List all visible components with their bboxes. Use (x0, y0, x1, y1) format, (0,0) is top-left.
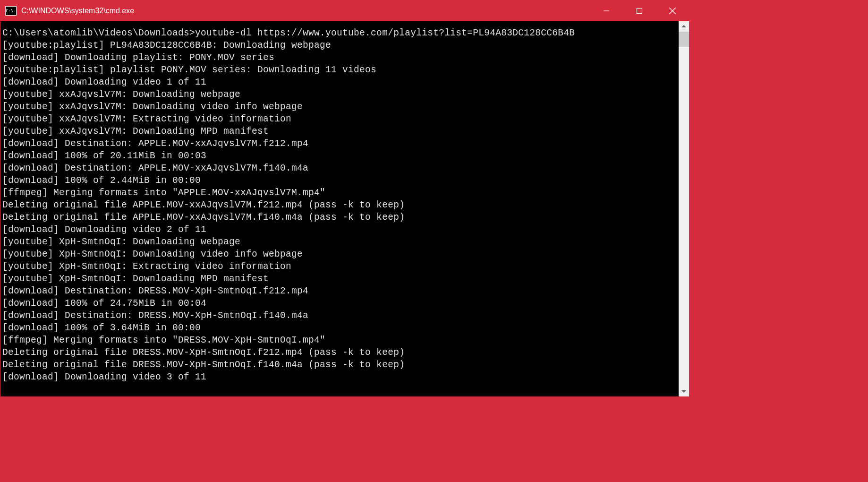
minimize-button[interactable] (590, 0, 623, 21)
cmd-window: C:\. C:\WINDOWS\system32\cmd.exe (0, 0, 689, 397)
terminal-line: Deleting original file APPLE.MOV-xxAJqvs… (2, 199, 677, 211)
terminal-line: [download] 100% of 3.64MiB in 00:00 (2, 322, 677, 334)
vertical-scrollbar[interactable] (679, 21, 689, 396)
chevron-down-icon (681, 390, 686, 393)
terminal-line: Deleting original file DRESS.MOV-XpH-Smt… (2, 359, 677, 371)
svg-rect-1 (637, 9, 642, 14)
terminal-line: [download] Downloading video 3 of 11 (2, 371, 677, 383)
minimize-icon (603, 8, 610, 14)
scroll-down-button[interactable] (679, 386, 689, 396)
cmd-icon-text: C:\. (6, 9, 16, 13)
terminal-line: [ffmpeg] Merging formats into "APPLE.MOV… (2, 187, 677, 199)
terminal-line: [download] Downloading video 2 of 11 (2, 224, 677, 236)
terminal-line: [download] Destination: DRESS.MOV-XpH-Sm… (2, 310, 677, 322)
terminal-output[interactable]: C:\Users\atomlib\Videos\Downloads>youtub… (0, 21, 679, 396)
terminal-line: [youtube] xxAJqvslV7M: Downloading video… (2, 101, 677, 113)
terminal-line: [youtube] XpH-SmtnOqI: Downloading MPD m… (2, 273, 677, 285)
terminal-line: [youtube] XpH-SmtnOqI: Extracting video … (2, 260, 677, 273)
terminal-line: [download] Destination: APPLE.MOV-xxAJqv… (2, 162, 677, 174)
scroll-thumb[interactable] (679, 32, 689, 47)
cmd-icon: C:\. (5, 6, 17, 16)
terminal-line: [download] 100% of 20.11MiB in 00:03 (2, 150, 677, 162)
terminal-line: [youtube:playlist] PL94A83DC128CC6B4B: D… (2, 39, 677, 52)
close-button[interactable] (656, 0, 689, 21)
terminal-line: [ffmpeg] Merging formats into "DRESS.MOV… (2, 334, 677, 346)
terminal-line: [youtube:playlist] playlist PONY.MOV ser… (2, 64, 677, 76)
terminal-line: [youtube] xxAJqvslV7M: Downloading webpa… (2, 88, 677, 101)
terminal-line: [download] 100% of 2.44MiB in 00:00 (2, 174, 677, 187)
window-title: C:\WINDOWS\system32\cmd.exe (21, 7, 590, 15)
window-controls (590, 0, 689, 21)
terminal-area: C:\Users\atomlib\Videos\Downloads>youtub… (0, 21, 689, 396)
terminal-line: Deleting original file DRESS.MOV-XpH-Smt… (2, 346, 677, 359)
terminal-line: [download] Destination: APPLE.MOV-xxAJqv… (2, 138, 677, 150)
scroll-track[interactable] (679, 32, 689, 386)
title-bar[interactable]: C:\. C:\WINDOWS\system32\cmd.exe (0, 0, 689, 21)
terminal-line: [download] 100% of 24.75MiB in 00:04 (2, 297, 677, 310)
terminal-line: [youtube] xxAJqvslV7M: Downloading MPD m… (2, 125, 677, 138)
terminal-line: [youtube] xxAJqvslV7M: Extracting video … (2, 113, 677, 125)
terminal-line: [download] Destination: DRESS.MOV-XpH-Sm… (2, 285, 677, 297)
close-icon (669, 7, 676, 15)
terminal-line: [youtube] XpH-SmtnOqI: Downloading video… (2, 248, 677, 260)
scroll-up-button[interactable] (679, 21, 689, 32)
terminal-line: Deleting original file APPLE.MOV-xxAJqvs… (2, 211, 677, 224)
terminal-line: [download] Downloading playlist: PONY.MO… (2, 52, 677, 64)
maximize-button[interactable] (623, 0, 656, 21)
terminal-line: C:\Users\atomlib\Videos\Downloads>youtub… (2, 27, 677, 39)
chevron-up-icon (681, 25, 686, 28)
terminal-line: [download] Downloading video 1 of 11 (2, 76, 677, 88)
terminal-line: [youtube] XpH-SmtnOqI: Downloading webpa… (2, 236, 677, 248)
maximize-icon (636, 8, 643, 14)
